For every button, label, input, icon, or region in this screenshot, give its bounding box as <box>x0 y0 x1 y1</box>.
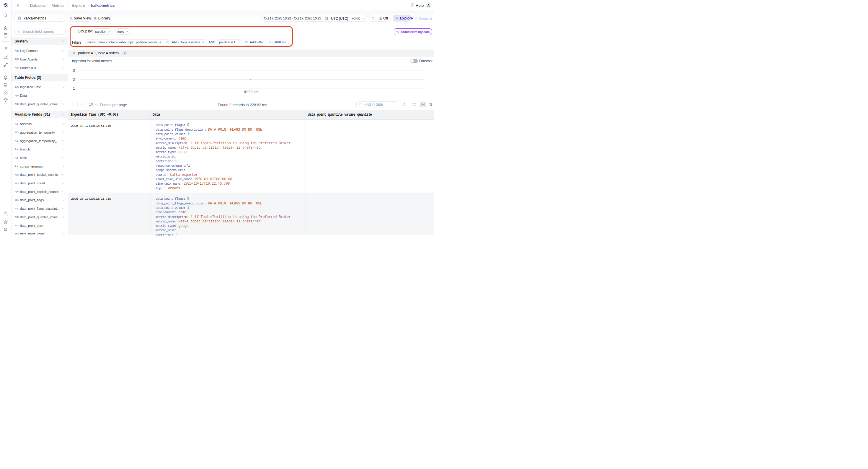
svg-text:SQL: SQL <box>4 85 7 87</box>
